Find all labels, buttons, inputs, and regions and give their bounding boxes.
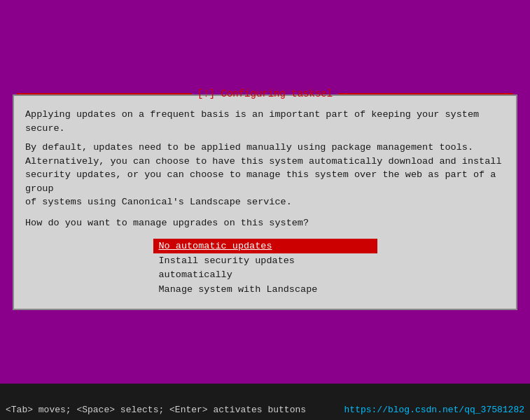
title-line-left	[17, 93, 192, 94]
menu-item-landscape[interactable]: Manage system with Landscape	[153, 282, 377, 298]
title-line-right	[338, 93, 513, 94]
main-container: [!] Configuring tasksel Applying updates…	[0, 0, 530, 420]
bottom-help-text: <Tab> moves; <Space> selects; <Enter> ac…	[6, 405, 306, 415]
paragraph2: By default, updates need to be applied m…	[25, 141, 505, 209]
description-text: Applying updates on a frequent basis is …	[25, 108, 505, 209]
question-text: How do you want to manage upgrades on th…	[25, 216, 505, 230]
dark-bar	[0, 384, 530, 399]
dialog-box: [!] Configuring tasksel Applying updates…	[13, 94, 517, 310]
bottom-url[interactable]: https://blog.csdn.net/qq_37581282	[344, 405, 524, 415]
paragraph1: Applying updates on a frequent basis is …	[25, 108, 505, 135]
menu-list: No automatic updates Install security up…	[25, 239, 505, 298]
title-bar: [!] Configuring tasksel	[14, 88, 516, 99]
dialog-content: Applying updates on a frequent basis is …	[14, 105, 516, 309]
menu-item-security-updates[interactable]: Install security updates automatically	[153, 253, 377, 282]
menu-item-no-updates[interactable]: No automatic updates	[153, 239, 377, 254]
dialog-title: [!] Configuring tasksel	[195, 88, 335, 99]
bottom-bar: <Tab> moves; <Space> selects; <Enter> ac…	[0, 399, 530, 420]
